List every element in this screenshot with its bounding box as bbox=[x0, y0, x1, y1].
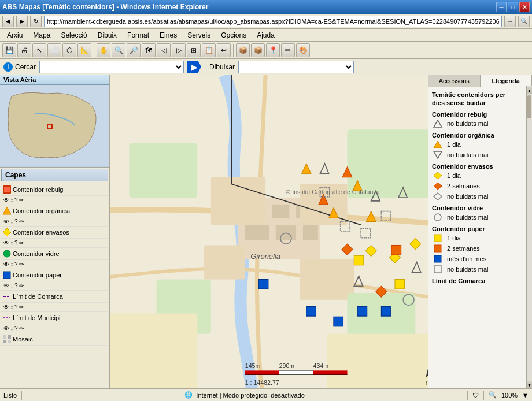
menu-serveis[interactable]: Serveis bbox=[183, 30, 215, 40]
layer-move-vidre[interactable]: ↕ bbox=[10, 261, 13, 268]
minimap-canvas[interactable] bbox=[0, 85, 109, 166]
maximize-button[interactable]: □ bbox=[508, 2, 518, 12]
reload-button[interactable]: ↻ bbox=[30, 16, 42, 27]
back-button[interactable]: ◀ bbox=[2, 16, 14, 27]
layer-eye-envasos[interactable]: 👁 bbox=[3, 240, 9, 246]
layer-edit-rebuig[interactable]: ✏ bbox=[19, 197, 24, 203]
menu-opcions[interactable]: Opcions bbox=[216, 30, 251, 40]
menu-mapa[interactable]: Mapa bbox=[28, 30, 55, 40]
layer-move-envasos[interactable]: ↕ bbox=[10, 240, 13, 246]
legend-item-envasos-3: no buidats mai bbox=[432, 192, 519, 201]
tool-select-rect[interactable]: ⬜ bbox=[47, 43, 61, 57]
layer-info-envasos[interactable]: ? bbox=[14, 240, 18, 246]
tool-color[interactable]: 🎨 bbox=[296, 43, 310, 57]
layer-edit-paper[interactable]: ✏ bbox=[19, 283, 24, 289]
go-button[interactable]: → bbox=[504, 16, 516, 27]
status-separator-2 bbox=[467, 391, 468, 400]
status-bar: Listo 🌐 Internet | Modo protegido: desac… bbox=[0, 388, 532, 401]
legend-scroll-thumb[interactable] bbox=[527, 95, 531, 118]
tool-undo[interactable]: ↩ bbox=[217, 43, 231, 57]
menu-dibuix[interactable]: Dibuix bbox=[93, 30, 121, 40]
tool-identify[interactable]: 📍 bbox=[266, 43, 280, 57]
layer-eye-vidre[interactable]: 👁 bbox=[3, 261, 9, 268]
tool-draw[interactable]: ✏ bbox=[281, 43, 295, 57]
layer-eye-organica[interactable]: 👁 bbox=[3, 218, 9, 225]
tab-llegenda[interactable]: Llegenda bbox=[481, 75, 533, 87]
tool-zoom-out[interactable]: 🔎 bbox=[127, 43, 141, 57]
layers-list[interactable]: Contenidor rebuig 👁 ↕ ? ✏ Contenidor org… bbox=[0, 183, 109, 388]
layer-info-organica[interactable]: ? bbox=[14, 218, 18, 225]
layer-edit-organica[interactable]: ✏ bbox=[19, 218, 24, 225]
status-ready: Listo bbox=[3, 392, 17, 399]
svg-rect-68 bbox=[279, 370, 313, 374]
layer-info-comarca[interactable]: ? bbox=[14, 304, 18, 310]
tool-zoom-rect[interactable]: ⊞ bbox=[187, 43, 201, 57]
layer-info-paper[interactable]: ? bbox=[14, 283, 18, 289]
tool-layer[interactable]: 📋 bbox=[202, 43, 216, 57]
tool-area[interactable]: 📦 bbox=[251, 43, 265, 57]
tab-accessoris[interactable]: Accessoris bbox=[428, 75, 481, 87]
layer-info-rebuig[interactable]: ? bbox=[14, 197, 18, 203]
layer-eye-rebuig[interactable]: 👁 bbox=[3, 197, 9, 203]
layer-controls-paper: 👁 ↕ ? ✏ bbox=[1, 281, 108, 291]
svg-rect-84 bbox=[434, 235, 441, 242]
tool-dist[interactable]: 📦 bbox=[236, 43, 250, 57]
minimize-button[interactable]: ─ bbox=[496, 2, 507, 12]
status-shield-icon: 🛡 bbox=[472, 392, 479, 399]
layer-eye-comarca[interactable]: 👁 bbox=[3, 304, 9, 310]
layer-move-rebuig[interactable]: ↕ bbox=[10, 197, 13, 203]
tool-zoom-in[interactable]: 🔍 bbox=[112, 43, 125, 57]
draw-dropdown[interactable] bbox=[238, 61, 354, 73]
layer-info-municipi[interactable]: ? bbox=[14, 325, 18, 332]
search-dropdown[interactable] bbox=[39, 61, 184, 73]
svg-point-6 bbox=[3, 250, 10, 257]
layer-icon-rebuig bbox=[2, 185, 12, 194]
menu-eines[interactable]: Eines bbox=[155, 30, 182, 40]
layer-edit-vidre[interactable]: ✏ bbox=[19, 261, 24, 268]
svg-marker-5 bbox=[3, 228, 11, 236]
status-zoom-dropdown[interactable]: ▼ bbox=[522, 392, 529, 399]
tool-print[interactable]: 🖨 bbox=[17, 43, 31, 57]
search-web-button[interactable]: 🔍 bbox=[518, 16, 530, 27]
menu-ajuda[interactable]: Ajuda bbox=[252, 30, 279, 40]
layer-icon-envasos bbox=[2, 228, 12, 237]
svg-rect-3 bbox=[4, 187, 10, 192]
menu-arxiu[interactable]: Arxiu bbox=[2, 30, 27, 40]
layer-move-municipi[interactable]: ↕ bbox=[10, 325, 13, 332]
tool-select-poly[interactable]: ⬡ bbox=[62, 43, 76, 57]
toolbar: 💾 🖨 ↖ ⬜ ⬡ 📐 ✋ 🔍 🔎 🗺 ◁ ▷ ⊞ 📋 ↩ 📦 📦 📍 ✏ 🎨 bbox=[0, 42, 532, 59]
legend-item-rebuig-1: no buidats mai bbox=[432, 119, 519, 128]
layer-info-vidre[interactable]: ? bbox=[14, 261, 18, 268]
legend-label-paper-1: 1 dia bbox=[447, 235, 461, 242]
legend-sym-vidre-1 bbox=[432, 213, 444, 222]
layer-item-municipi: Límit de Municipi bbox=[1, 312, 108, 324]
tool-pan[interactable]: ✋ bbox=[97, 43, 110, 57]
menu-format[interactable]: Format bbox=[123, 30, 154, 40]
layer-edit-municipi[interactable]: ✏ bbox=[19, 325, 24, 332]
tool-zoom-prev[interactable]: ◁ bbox=[157, 43, 171, 57]
legend-label-rebuig-1: no buidats mai bbox=[447, 120, 489, 127]
layer-move-paper[interactable]: ↕ bbox=[10, 283, 13, 289]
layer-move-organica[interactable]: ↕ bbox=[10, 218, 13, 225]
tool-zoom-next[interactable]: ▷ bbox=[172, 43, 186, 57]
search-go-button[interactable]: ▶ bbox=[187, 61, 201, 73]
window-title: ABS Mapas [Temàtic contenidors] - Window… bbox=[2, 3, 208, 11]
legend-scroll-down[interactable]: ▼ bbox=[527, 381, 532, 388]
tool-zoom-full[interactable]: 🗺 bbox=[142, 43, 156, 57]
tool-save[interactable]: 💾 bbox=[2, 43, 16, 57]
legend-scroll-up[interactable]: ▲ bbox=[527, 87, 532, 94]
layer-edit-comarca[interactable]: ✏ bbox=[19, 304, 24, 310]
forward-button[interactable]: ▶ bbox=[16, 16, 28, 27]
menu-seleccio[interactable]: Selecció bbox=[56, 30, 91, 40]
close-button[interactable]: ✕ bbox=[519, 2, 530, 12]
layer-move-comarca[interactable]: ↕ bbox=[10, 304, 13, 310]
tool-measure[interactable]: 📐 bbox=[77, 43, 91, 57]
layer-eye-municipi[interactable]: 👁 bbox=[3, 325, 9, 332]
tool-pointer[interactable]: ↖ bbox=[32, 43, 46, 57]
layer-eye-paper[interactable]: 👁 bbox=[3, 283, 9, 289]
svg-rect-67 bbox=[245, 370, 279, 374]
layer-edit-envasos[interactable]: ✏ bbox=[19, 240, 24, 246]
map-area[interactable]: Gironella bbox=[110, 75, 428, 388]
address-input[interactable] bbox=[44, 16, 502, 27]
svg-rect-10 bbox=[3, 335, 6, 339]
